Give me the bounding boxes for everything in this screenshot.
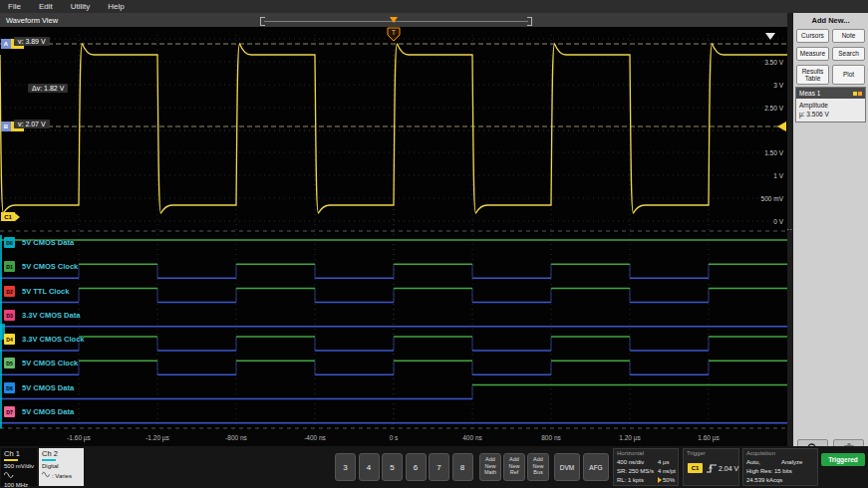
- measure-button[interactable]: Measure: [796, 47, 829, 61]
- digital-bit-badge[interactable]: D3: [4, 310, 15, 321]
- digital-row[interactable]: D3 3.3V CMOS Data: [4, 310, 80, 321]
- ch1-badge[interactable]: Ch 1 500 mV/div 100 MHz: [1, 448, 37, 486]
- meas1-badge[interactable]: Meas 1 Amplitude µ: 3.506 V: [795, 87, 866, 122]
- horizontal-panel[interactable]: Horizontal 400 ns/div 4 µs SR: 250 MS/s …: [613, 448, 679, 486]
- digital-bit-badge[interactable]: D0: [4, 237, 15, 248]
- acquisition-analyze: Analyze: [781, 459, 802, 465]
- scale-label: 0 V: [772, 218, 784, 225]
- note-button[interactable]: Note: [832, 29, 865, 43]
- ch1-accent: [4, 459, 18, 461]
- ch7-button[interactable]: 7: [429, 453, 449, 481]
- add-new-header: Add New...: [793, 16, 868, 25]
- ch4-button[interactable]: 4: [359, 453, 380, 481]
- digital-row[interactable]: D5 5V CMOS Clock: [4, 358, 78, 368]
- trigger-level: 2.04 V: [719, 465, 738, 472]
- ch2-name: Ch 2: [42, 449, 81, 458]
- trigger-panel[interactable]: Trigger C1 2.04 V: [683, 448, 739, 486]
- rising-edge-icon: [706, 463, 718, 474]
- ch2-accent: [42, 459, 56, 461]
- meas1-title: Meas 1: [799, 90, 820, 97]
- digital-bit-badge[interactable]: D5: [4, 358, 15, 368]
- acquisition-res: High Res: 15 bits: [746, 468, 792, 474]
- ch8-button[interactable]: 8: [452, 453, 473, 481]
- digital-row[interactable]: D4 3.3V CMOS Clock: [4, 334, 85, 345]
- trigger-status-badge: Triggered: [821, 453, 865, 466]
- time-label: -400 ns: [304, 434, 326, 441]
- trigger-flag[interactable]: T: [386, 27, 402, 42]
- time-label: 800 ns: [541, 434, 561, 441]
- ch1-ground-arrow-icon: [15, 213, 20, 221]
- digital-bit-badge[interactable]: D1: [4, 261, 15, 272]
- results-table-button[interactable]: Results Table: [796, 65, 829, 85]
- horizontal-title: Horizontal: [617, 450, 644, 456]
- right-sidebar: Add New... Cursors Note Measure Search R…: [793, 13, 868, 446]
- digital-bus-label: 5V CMOS Clock: [22, 262, 78, 271]
- menu-file[interactable]: File: [8, 2, 21, 11]
- ch1-bandwidth: 100 MHz: [4, 481, 34, 488]
- afg-button[interactable]: AFG: [583, 453, 609, 481]
- scale-label: 3 V: [772, 82, 784, 89]
- digital-bit-badge[interactable]: D7: [4, 406, 15, 417]
- cursor-delta-readout[interactable]: Δv: 1.82 V: [28, 84, 68, 93]
- cursors-button[interactable]: Cursors: [796, 29, 829, 43]
- digital-bus-label: 3.3V CMOS Clock: [22, 335, 85, 344]
- cursor-a-readout[interactable]: v: 3.89 V: [14, 37, 50, 46]
- search-button[interactable]: Search: [832, 47, 865, 61]
- record-length: RL: 1 kpts: [617, 477, 644, 483]
- meas1-value: µ: 3.506 V: [799, 110, 862, 119]
- ch1-scale: 500 mV/div: [4, 462, 34, 471]
- trigger-position-icon[interactable]: [390, 17, 398, 23]
- time-label: 1.60 µs: [698, 434, 719, 441]
- dvm-button[interactable]: DVM: [554, 453, 580, 481]
- cursor-b-readout[interactable]: v: 2.07 V: [14, 120, 50, 128]
- threshold-icon: [42, 471, 52, 478]
- sample-rate: SR: 250 MS/s: [617, 468, 654, 474]
- add-new-bus-button[interactable]: Add New Bus: [527, 453, 549, 481]
- acquisition-mode: Auto,: [746, 459, 760, 465]
- add-new-ref-button[interactable]: Add New Ref: [503, 453, 525, 481]
- ch1-ground-marker[interactable]: C1: [1, 212, 20, 221]
- acquisition-panel[interactable]: Acquisition Auto, Analyze High Res: 15 b…: [742, 448, 818, 486]
- trigger-source-badge: C1: [688, 463, 703, 473]
- digital-bit-badge[interactable]: D2: [4, 286, 15, 297]
- svg-text:T: T: [392, 29, 397, 36]
- ch5-button[interactable]: 5: [382, 453, 403, 481]
- pan-zoom-right-bracket[interactable]: [527, 17, 532, 26]
- ch1-ground-badge: C1: [1, 212, 15, 221]
- ch2-badge[interactable]: Ch 2 Digital : Varies: [39, 448, 84, 486]
- scale-label: 1 V: [772, 172, 784, 179]
- time-axis: -1.60 µs -1.20 µs -800 ns -400 ns 0 s 40…: [0, 430, 787, 446]
- acquisition-title: Acquisition: [746, 450, 775, 456]
- waveform-view-header: Waveform View: [0, 13, 787, 27]
- waveform-plot[interactable]: T A C1 v: 3.89 V Δv: 1.82 V B C1 v: 2.07…: [0, 27, 787, 430]
- meas1-drag-dots-icon: [853, 92, 862, 96]
- ch2-mode: Digital: [42, 462, 81, 471]
- digital-bit-badge[interactable]: D4: [4, 334, 15, 345]
- time-label: -1.60 µs: [67, 434, 91, 441]
- add-new-math-button[interactable]: Add New Math: [479, 453, 501, 481]
- time-label: 400 ns: [462, 434, 482, 441]
- time-label: -800 ns: [225, 434, 247, 441]
- menu-help[interactable]: Help: [108, 2, 124, 11]
- acquisition-count: 24.539 kAcqs: [746, 477, 782, 483]
- digital-bit-badge[interactable]: D6: [4, 382, 15, 393]
- menu-bar: File Edit Utility Help: [0, 0, 868, 13]
- oscilloscope-app: File Edit Utility Help Waveform View T A…: [0, 0, 868, 488]
- ch6-button[interactable]: 6: [406, 453, 427, 481]
- ch3-button[interactable]: 3: [335, 453, 356, 481]
- digital-row[interactable]: D1 5V CMOS Clock: [4, 261, 78, 272]
- digital-row[interactable]: D2 5V TTL Clock: [4, 286, 69, 297]
- digital-bus-label: 3.3V CMOS Data: [22, 311, 80, 320]
- plot-button[interactable]: Plot: [832, 65, 865, 85]
- sample-interval: 4 ns/pt: [658, 468, 676, 474]
- waveform-canvas: [0, 27, 787, 430]
- ch1-name: Ch 1: [4, 449, 34, 458]
- digital-row[interactable]: D7 5V CMOS Data: [4, 406, 74, 417]
- cursor-a-badge: A: [1, 39, 11, 49]
- scale-label: 2.50 V: [763, 105, 784, 112]
- menu-edit[interactable]: Edit: [39, 2, 53, 11]
- menu-utility[interactable]: Utility: [71, 2, 91, 11]
- clip-indicator-icon: [765, 33, 775, 40]
- digital-row[interactable]: D6 5V CMOS Data: [4, 382, 74, 393]
- digital-row[interactable]: D0 5V CMOS Data: [4, 237, 74, 248]
